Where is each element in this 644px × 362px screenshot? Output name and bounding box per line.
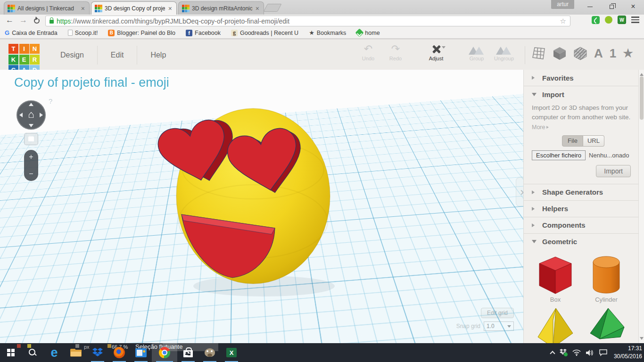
snap-grid-select[interactable]: 1.0 xyxy=(484,321,514,331)
more-link[interactable]: More xyxy=(532,124,631,131)
tab-other-design[interactable]: 3D design mRitaAntonio | × xyxy=(178,1,264,15)
facebook-icon: f xyxy=(186,30,192,36)
bookmark-star-icon[interactable]: ☆ xyxy=(560,17,566,25)
edge-button[interactable]: e xyxy=(43,343,65,362)
redo-button[interactable]: ↷ Redo xyxy=(382,42,409,61)
section-helpers[interactable]: Helpers xyxy=(523,201,638,217)
solid-cube-icon[interactable] xyxy=(553,46,567,60)
import-button[interactable]: Import xyxy=(596,165,631,177)
close-button[interactable]: × xyxy=(622,0,644,13)
home-view-icon[interactable]: ⌂ xyxy=(17,108,46,121)
file-explorer-button[interactable] xyxy=(65,343,87,362)
section-favorites[interactable]: Favorites xyxy=(523,70,638,86)
zoom-in-button[interactable]: + xyxy=(29,154,33,160)
section-geometric[interactable]: Geometric xyxy=(523,234,638,250)
tab-close-icon[interactable]: × xyxy=(80,5,86,12)
menu-help[interactable]: Help xyxy=(137,46,179,65)
pyramid-shape-icon xyxy=(537,306,574,347)
chrome-menu-icon[interactable] xyxy=(631,16,639,23)
goodreads-icon: g xyxy=(231,30,238,36)
bookmark-folder-bookmarks[interactable]: ★ Bookmarks xyxy=(309,29,346,36)
action-center-icon[interactable] xyxy=(599,349,607,356)
ungroup-button[interactable]: Ungroup xyxy=(490,42,518,61)
firefox-button[interactable] xyxy=(108,343,130,362)
green-circle-extension-icon[interactable] xyxy=(605,16,612,24)
shape-box[interactable]: Box xyxy=(530,255,581,303)
shape-label: Box xyxy=(550,296,561,303)
tray-expand-chevron-icon[interactable] xyxy=(550,351,555,356)
import-source-toggle: File URL xyxy=(562,135,631,147)
section-components[interactable]: Components xyxy=(523,217,638,233)
scroll-up-icon[interactable] xyxy=(640,71,644,76)
home-diamond-icon xyxy=(355,28,364,37)
dropbox-tray-icon[interactable] xyxy=(560,349,567,356)
chrome-button[interactable] xyxy=(152,343,177,362)
search-button[interactable] xyxy=(22,343,43,362)
chevron-right-icon xyxy=(532,207,537,211)
undo-button[interactable]: ↶ Undo xyxy=(355,42,382,61)
group-button[interactable]: Group xyxy=(463,42,490,61)
address-bar[interactable]: https ://www.tinkercad.com/things/bypRJM… xyxy=(45,16,570,26)
volume-icon[interactable] xyxy=(586,349,594,356)
bookmark-facebook[interactable]: f Facebook xyxy=(186,30,221,36)
letter-shapes-icon[interactable]: A xyxy=(594,46,603,60)
back-button[interactable]: ← xyxy=(6,16,14,25)
feedly-extension-icon[interactable] xyxy=(592,16,600,24)
excel-button[interactable]: X xyxy=(221,343,242,362)
chrome-profile-badge[interactable]: artur xyxy=(551,0,574,9)
scrollbar-thumb[interactable] xyxy=(640,76,644,120)
section-import[interactable]: Import xyxy=(523,86,638,102)
file-tab[interactable]: File xyxy=(562,135,583,147)
close-icon: × xyxy=(631,3,635,10)
shape-pyramid[interactable] xyxy=(530,306,581,347)
tab-all-designs[interactable]: All designs | Tinkercad × xyxy=(4,1,90,15)
number-shapes-icon[interactable]: 1 xyxy=(610,46,616,60)
section-shape-generators[interactable]: Shape Generators xyxy=(523,184,638,200)
store-button[interactable] xyxy=(177,343,199,362)
adjust-button[interactable]: Adjust xyxy=(422,42,450,61)
bookmark-blogger[interactable]: B Blogger: Painel do Blo xyxy=(108,30,175,36)
workplane-grid-icon[interactable] xyxy=(532,46,546,60)
bookmark-home[interactable]: home xyxy=(356,30,380,36)
view-navigation-dial[interactable]: ⌂ xyxy=(17,100,46,130)
sidebar-scrollbar[interactable] xyxy=(638,70,644,343)
favorites-star-icon[interactable]: ★ xyxy=(623,46,633,60)
bookmark-scoopit[interactable]: Scoop.it! xyxy=(68,30,98,36)
scroll-down-icon[interactable] xyxy=(640,337,644,342)
design-canvas[interactable]: Copy of projeto final - emoji ? ⌂ + − Ed… xyxy=(0,70,523,343)
bookmark-caixa-de-entrada[interactable]: G Caixa de Entrada xyxy=(5,29,58,36)
hole-cube-icon[interactable] xyxy=(573,46,587,60)
gimp-button[interactable] xyxy=(199,343,221,362)
photos-button[interactable] xyxy=(130,343,152,362)
new-tab-button[interactable] xyxy=(263,4,281,12)
start-button[interactable] xyxy=(0,343,22,362)
clock-time: 17:31 xyxy=(614,345,642,353)
shape-cylinder[interactable]: Cylinder xyxy=(581,255,632,303)
fit-view-button[interactable] xyxy=(24,133,38,145)
taskbar-clock[interactable]: 17:31 30/05/2016 xyxy=(614,345,642,361)
emoji-3d-model[interactable] xyxy=(156,101,344,299)
forward-button[interactable]: → xyxy=(19,16,27,25)
tab-close-icon[interactable]: × xyxy=(167,5,173,12)
rotate-up-icon[interactable] xyxy=(29,103,33,106)
maximize-button[interactable] xyxy=(601,0,622,13)
tab-close-icon[interactable]: × xyxy=(255,5,260,12)
shape-roof[interactable] xyxy=(581,306,632,347)
reload-icon[interactable] xyxy=(34,18,40,24)
browser-toolbar: ← → https ://www.tinkercad.com/things/by… xyxy=(0,15,644,27)
tab-current-design[interactable]: 3D design Copy of projeto × xyxy=(91,1,177,15)
rotate-down-icon[interactable] xyxy=(29,124,33,127)
zoom-out-button[interactable]: − xyxy=(29,171,33,177)
bookmark-goodreads[interactable]: g Goodreads | Recent U xyxy=(231,30,298,36)
adjust-icon xyxy=(430,42,442,55)
wifi-icon[interactable] xyxy=(572,349,581,356)
siteadvisor-shield-icon[interactable]: W xyxy=(618,16,626,24)
edit-grid-button[interactable]: Edit grid xyxy=(481,308,514,318)
ungroup-icon xyxy=(496,42,512,55)
url-tab[interactable]: URL xyxy=(583,135,604,147)
choose-file-button[interactable]: Escolher ficheiro xyxy=(532,150,586,160)
menu-edit[interactable]: Edit xyxy=(98,46,138,65)
menu-design[interactable]: Design xyxy=(47,46,98,65)
dropbox-button[interactable] xyxy=(87,343,108,362)
minimize-button[interactable] xyxy=(579,0,601,13)
